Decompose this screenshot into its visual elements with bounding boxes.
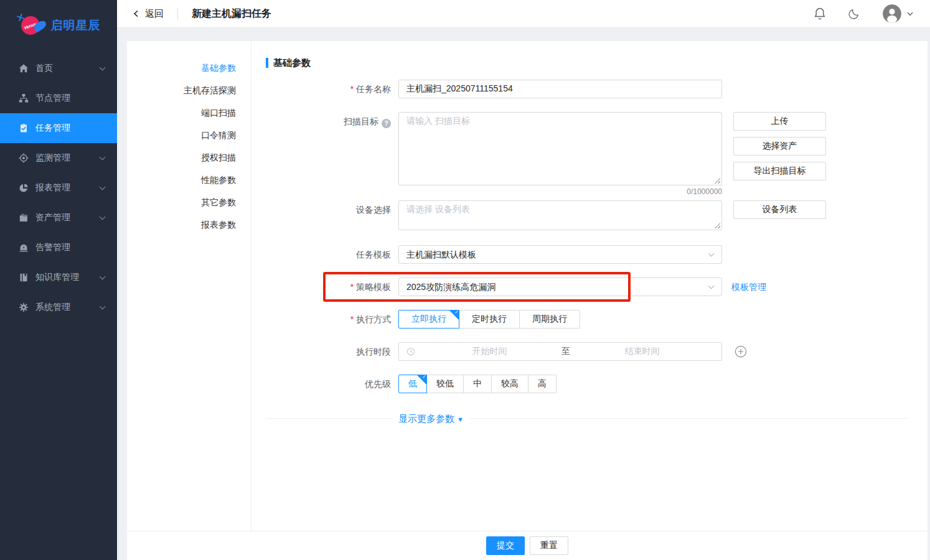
topbar: 返回 新建主机漏扫任务 bbox=[117, 0, 930, 28]
anchor-item-auth-scan[interactable]: 授权扫描 bbox=[127, 146, 251, 169]
char-counter: 0/1000000 bbox=[398, 187, 722, 197]
section-title: 基础参数 bbox=[273, 57, 311, 69]
basic-params-form: 基础参数 任务名称 扫描目标? bbox=[251, 41, 928, 531]
back-label: 返回 bbox=[145, 8, 164, 20]
range-separator: 至 bbox=[561, 346, 570, 357]
chevron-down-icon bbox=[100, 184, 106, 190]
form-footer: 提交 重置 bbox=[127, 531, 928, 560]
topbar-actions bbox=[813, 4, 914, 23]
chevron-left-icon bbox=[132, 9, 141, 18]
sidebar-item-label: 知识库管理 bbox=[35, 272, 100, 283]
policy-template-select[interactable]: 2025攻防演练高危漏洞 bbox=[398, 278, 722, 296]
anchor-item-host-alive[interactable]: 主机存活探测 bbox=[127, 79, 251, 101]
triangle-down-icon: ▼ bbox=[457, 416, 464, 423]
submit-button[interactable]: 提交 bbox=[486, 536, 525, 555]
sidebar-menu: 首页 节点管理 bbox=[0, 51, 117, 322]
anchor-item-password-guess[interactable]: 口令猜测 bbox=[127, 124, 251, 146]
exec-period-label: 执行时段 bbox=[266, 342, 398, 361]
anchor-item-other-params[interactable]: 其它参数 bbox=[127, 191, 251, 213]
start-time-placeholder[interactable]: 开始时间 bbox=[418, 346, 561, 357]
brand-logo: Venus 启明星辰 bbox=[0, 0, 117, 51]
sidebar-item-label: 告警管理 bbox=[35, 242, 105, 253]
anchor-item-report-params[interactable]: 报表参数 bbox=[127, 213, 251, 236]
priority-option-high[interactable]: 高 bbox=[528, 375, 557, 393]
chevron-down-icon bbox=[708, 283, 715, 289]
nodes-icon bbox=[19, 93, 29, 103]
app: Venus 启明星辰 首页 bbox=[0, 0, 930, 560]
policy-template-value: 2025攻防演练高危漏洞 bbox=[406, 282, 496, 292]
priority-option-higher[interactable]: 较高 bbox=[491, 375, 528, 393]
sidebar-item-knowledge[interactable]: 知识库管理 bbox=[0, 263, 117, 292]
device-list-button[interactable]: 设备列表 bbox=[733, 200, 826, 219]
time-range-picker[interactable]: 开始时间 至 结束时间 bbox=[398, 342, 722, 361]
device-select-label: 设备选择 bbox=[266, 200, 398, 219]
exec-mode-option-periodic[interactable]: 周期执行 bbox=[519, 310, 580, 329]
exec-period-row: 执行时段 开始时间 至 bbox=[266, 342, 918, 361]
sidebar-item-assets[interactable]: 资产管理 bbox=[0, 203, 117, 233]
show-more-link[interactable]: 显示更多参数▼ bbox=[392, 409, 470, 429]
exec-mode-option-immediate[interactable]: 立即执行 bbox=[398, 310, 459, 329]
anchor-item-basic-params[interactable]: 基础参数 bbox=[127, 57, 251, 79]
scan-target-buttons: 上传 选择资产 导出扫描目标 bbox=[733, 112, 826, 180]
chevron-down-icon bbox=[100, 273, 106, 279]
help-icon[interactable]: ? bbox=[382, 119, 391, 128]
device-buttons: 设备列表 bbox=[733, 200, 826, 219]
sidebar-item-tasks[interactable]: 任务管理 bbox=[0, 113, 117, 143]
monitor-target-icon bbox=[19, 153, 29, 163]
template-manage-link[interactable]: 模板管理 bbox=[731, 278, 766, 296]
scan-target-row: 扫描目标? 0/1000000 上传 选 bbox=[266, 112, 918, 197]
page-title: 新建主机漏扫任务 bbox=[192, 7, 271, 21]
exec-mode-row: 执行方式 立即执行 定时执行 bbox=[266, 310, 918, 329]
priority-option-medium[interactable]: 中 bbox=[463, 375, 492, 393]
back-button[interactable]: 返回 bbox=[132, 8, 164, 20]
home-icon bbox=[19, 63, 29, 73]
task-name-input[interactable] bbox=[398, 80, 722, 98]
folder-icon bbox=[19, 213, 29, 223]
sidebar-item-monitor[interactable]: 监测管理 bbox=[0, 143, 117, 173]
priority-group: 低 较低 中 较高 bbox=[398, 375, 557, 393]
pie-chart-icon bbox=[19, 183, 29, 193]
task-template-value: 主机漏扫默认模板 bbox=[406, 250, 476, 259]
selected-check-icon bbox=[449, 310, 459, 320]
anchor-item-performance[interactable]: 性能参数 bbox=[127, 169, 251, 191]
sidebar-item-nodes[interactable]: 节点管理 bbox=[0, 83, 117, 113]
sidebar-item-alert[interactable]: 告警管理 bbox=[0, 233, 117, 263]
reset-button[interactable]: 重置 bbox=[530, 536, 568, 555]
exec-mode-option-scheduled[interactable]: 定时执行 bbox=[459, 310, 520, 329]
clock-icon bbox=[406, 347, 415, 356]
anchor-item-port-scan[interactable]: 端口扫描 bbox=[127, 101, 251, 124]
add-period-button[interactable] bbox=[735, 342, 747, 361]
end-time-placeholder[interactable]: 结束时间 bbox=[570, 346, 714, 357]
priority-row: 优先级 低 较低 中 bbox=[266, 375, 918, 393]
device-select-row: 设备选择 设备列表 bbox=[266, 200, 918, 230]
gear-icon bbox=[19, 302, 29, 312]
dark-mode-moon-icon[interactable] bbox=[848, 7, 860, 20]
scan-target-label: 扫描目标? bbox=[266, 112, 398, 131]
chevron-down-icon bbox=[100, 303, 106, 309]
task-template-select[interactable]: 主机漏扫默认模板 bbox=[398, 245, 722, 264]
user-avatar[interactable] bbox=[883, 4, 901, 23]
exec-mode-group: 立即执行 定时执行 周期执行 bbox=[398, 310, 580, 329]
upload-button[interactable]: 上传 bbox=[733, 112, 826, 131]
sidebar-item-label: 资产管理 bbox=[35, 212, 100, 223]
exec-mode-label: 执行方式 bbox=[266, 310, 398, 329]
section-accent-bar bbox=[266, 58, 268, 68]
sidebar-item-label: 节点管理 bbox=[35, 93, 105, 104]
priority-option-low[interactable]: 低 bbox=[398, 375, 427, 393]
policy-template-label: 策略模板 bbox=[266, 278, 398, 296]
scan-target-textarea[interactable] bbox=[398, 112, 722, 185]
main: 返回 新建主机漏扫任务 bbox=[117, 0, 930, 560]
task-name-row: 任务名称 bbox=[266, 80, 918, 98]
device-select-textarea[interactable] bbox=[398, 200, 722, 230]
sidebar-item-system[interactable]: 系统管理 bbox=[0, 292, 117, 322]
notification-bell-icon[interactable] bbox=[813, 7, 827, 21]
avatar-chevron-down-icon[interactable] bbox=[906, 10, 914, 17]
sidebar-item-home[interactable]: 首页 bbox=[0, 54, 117, 83]
export-scan-targets-button[interactable]: 导出扫描目标 bbox=[733, 162, 826, 180]
priority-label: 优先级 bbox=[266, 375, 398, 393]
select-assets-button[interactable]: 选择资产 bbox=[733, 137, 826, 156]
anchor-nav: 基础参数 主机存活探测 端口扫描 口令猜测 授权扫描 性能参数 其它参数 报表参… bbox=[127, 41, 251, 531]
priority-option-lower[interactable]: 较低 bbox=[426, 375, 464, 393]
task-template-row: 任务模板 主机漏扫默认模板 bbox=[266, 245, 918, 264]
sidebar-item-report[interactable]: 报表管理 bbox=[0, 173, 117, 203]
